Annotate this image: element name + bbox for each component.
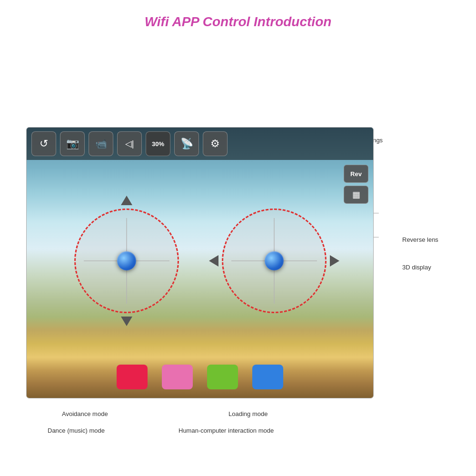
left-arrow-right <box>209 255 218 267</box>
left-joystick-ball <box>117 251 136 270</box>
right-arrow-right <box>330 255 339 267</box>
speed-value: 30% <box>152 140 164 148</box>
page-title: Wifi APP Control Introduction <box>0 0 476 30</box>
take-pictures-button[interactable]: 📷 <box>60 131 85 156</box>
media-icon: ◁| <box>125 139 134 149</box>
reverse-lens-button[interactable]: Rev <box>344 165 368 183</box>
gravity-button[interactable]: 📡 <box>174 131 199 156</box>
right-joystick-circle <box>222 208 327 313</box>
label-dance-mode: Dance (music) mode <box>48 427 105 435</box>
pink-button[interactable] <box>162 365 193 389</box>
blue-button[interactable] <box>252 365 283 389</box>
label-human-computer: Human-computer interaction mode <box>178 427 274 435</box>
toolbar: ↺ 📷 📹 ◁| 30% <box>27 128 373 160</box>
media-library-button[interactable]: ◁| <box>117 131 142 156</box>
rev-label: Rev <box>350 170 362 178</box>
video-recording-button[interactable]: 📹 <box>89 131 113 156</box>
return-button[interactable]: ↺ <box>31 131 56 156</box>
gear-icon: ⚙ <box>210 138 220 150</box>
screen-container: ↺ 📷 📹 ◁| 30% <box>26 127 374 398</box>
3d-display-button[interactable]: ▦ <box>344 186 368 204</box>
green-button[interactable] <box>207 365 238 389</box>
red-button[interactable] <box>117 365 148 389</box>
right-joystick-ball <box>265 251 284 270</box>
left-joystick-circle <box>74 208 179 313</box>
grid-icon: ▦ <box>352 189 360 200</box>
label-reverse-lens: Reverse lens <box>402 236 438 244</box>
left-joystick[interactable] <box>65 189 188 332</box>
settings-button[interactable]: ⚙ <box>203 131 228 156</box>
label-3d-display: 3D display <box>402 264 431 272</box>
return-icon: ↺ <box>40 138 48 150</box>
label-avoidance-mode: Avoidance mode <box>62 410 108 418</box>
right-joystick[interactable] <box>212 189 336 332</box>
down-arrow-left <box>121 317 132 326</box>
video-icon: 📹 <box>95 138 107 149</box>
camera-icon: 📷 <box>66 138 79 150</box>
up-arrow-left <box>121 196 132 205</box>
color-buttons <box>117 365 283 389</box>
satellite-icon: 📡 <box>180 138 193 150</box>
label-loading-mode: Loading mode <box>228 410 268 418</box>
speed-button[interactable]: 30% <box>146 131 170 156</box>
